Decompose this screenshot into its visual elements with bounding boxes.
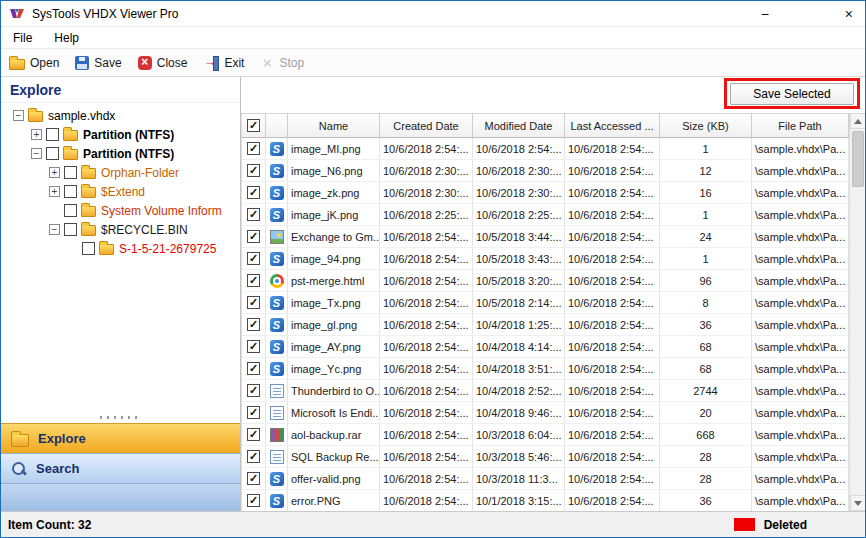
cell-size: 68 <box>660 336 752 357</box>
table-row[interactable]: image_Tx.png 10/6/2018 2:54:... 10/5/201… <box>242 292 849 314</box>
row-checkbox[interactable] <box>247 384 260 397</box>
column-header-name[interactable]: Name <box>288 114 380 137</box>
tree-expander-icon[interactable]: − <box>49 224 60 235</box>
cell-modified-date: 10/5/2018 3:44:... <box>473 226 565 247</box>
table-row[interactable]: error.PNG 10/6/2018 2:54:... 10/1/2018 3… <box>242 490 849 511</box>
tree-item[interactable]: S-1-5-21-2679725 <box>1 239 240 258</box>
table-row[interactable]: SQL Backup Re... 10/6/2018 2:54:... 10/3… <box>242 446 849 468</box>
cell-last-accessed: 10/6/2018 2:54:... <box>565 402 660 423</box>
tree-item[interactable]: − Partition (NTFS) <box>1 144 240 163</box>
toolbar-button[interactable]: Save <box>75 56 121 70</box>
tree-item[interactable]: − $RECYCLE.BIN <box>1 220 240 239</box>
row-checkbox[interactable] <box>247 472 260 485</box>
row-checkbox[interactable] <box>247 142 260 155</box>
column-header-created[interactable]: Created Date <box>380 114 473 137</box>
cell-size: 16 <box>660 182 752 203</box>
tree-item-label: $RECYCLE.BIN <box>101 223 188 237</box>
tree-checkbox[interactable] <box>64 185 77 198</box>
column-header-icon[interactable] <box>266 114 288 137</box>
minimize-button[interactable]: − <box>761 7 769 21</box>
vertical-scrollbar[interactable] <box>849 113 865 511</box>
toolbar-button[interactable]: Close <box>138 56 188 70</box>
scroll-down-icon <box>854 501 862 506</box>
tree-item-label: Orphan-Folder <box>101 166 179 180</box>
toolbar-button[interactable]: Exit <box>203 56 244 70</box>
row-checkbox[interactable] <box>247 318 260 331</box>
row-checkbox[interactable] <box>247 274 260 287</box>
tree-checkbox[interactable] <box>46 128 59 141</box>
save-selected-button[interactable]: Save Selected <box>730 83 854 105</box>
table-row[interactable]: Microsoft Is Endi... 10/6/2018 2:54:... … <box>242 402 849 424</box>
file-type-icon <box>270 186 284 200</box>
row-checkbox[interactable] <box>247 340 260 353</box>
tree-expander-icon[interactable]: − <box>31 148 42 159</box>
tree-item[interactable]: + Partition (NTFS) <box>1 125 240 144</box>
table-row[interactable]: image_AY.png 10/6/2018 2:54:... 10/4/201… <box>242 336 849 358</box>
splitter-grip[interactable] <box>1 411 240 423</box>
row-checkbox-cell <box>242 380 266 401</box>
column-header-path[interactable]: File Path <box>752 114 849 137</box>
tree-expander-icon[interactable]: + <box>49 186 60 197</box>
toolbar-button[interactable]: Stop <box>260 56 304 70</box>
column-header-modified[interactable]: Modified Date <box>473 114 565 137</box>
tree-item[interactable]: − sample.vhdx <box>1 106 240 125</box>
cell-last-accessed: 10/6/2018 2:54:... <box>565 336 660 357</box>
table-row[interactable]: Exchange to Gm... 10/6/2018 2:54:... 10/… <box>242 226 849 248</box>
cell-created-date: 10/6/2018 2:54:... <box>380 292 473 313</box>
menu-item[interactable]: Help <box>54 31 79 45</box>
select-all-checkbox[interactable] <box>247 119 260 132</box>
row-checkbox[interactable] <box>247 450 260 463</box>
row-icon-cell <box>266 226 288 247</box>
cell-created-date: 10/6/2018 2:25:... <box>380 204 473 225</box>
table-row[interactable]: image_gl.png 10/6/2018 2:54:... 10/4/201… <box>242 314 849 336</box>
column-header-size[interactable]: Size (KB) <box>660 114 752 137</box>
tree-checkbox[interactable] <box>64 204 77 217</box>
toolbar-button[interactable]: Open <box>9 56 59 70</box>
tree-expander-icon[interactable]: − <box>13 110 24 121</box>
row-checkbox[interactable] <box>247 362 260 375</box>
row-checkbox[interactable] <box>247 230 260 243</box>
nav-button[interactable]: Search <box>1 453 240 483</box>
row-checkbox[interactable] <box>247 296 260 309</box>
row-checkbox[interactable] <box>247 428 260 441</box>
row-checkbox-cell <box>242 160 266 181</box>
row-checkbox-cell <box>242 468 266 489</box>
menu-item[interactable]: File <box>13 31 32 45</box>
row-checkbox[interactable] <box>247 494 260 507</box>
tree-checkbox[interactable] <box>46 147 59 160</box>
tree-expander-icon[interactable]: + <box>49 167 60 178</box>
column-header-accessed[interactable]: Last Accessed ... <box>565 114 660 137</box>
table-row[interactable]: image_Yc.png 10/6/2018 2:54:... 10/4/201… <box>242 358 849 380</box>
tree-item[interactable]: + $Extend <box>1 182 240 201</box>
row-checkbox[interactable] <box>247 406 260 419</box>
close-window-button[interactable]: × <box>845 7 853 21</box>
row-checkbox[interactable] <box>247 252 260 265</box>
tree-item[interactable]: System Volume Inform <box>1 201 240 220</box>
cell-file-path: \sample.vhdx\Pa... <box>752 358 849 379</box>
tree-checkbox[interactable] <box>64 223 77 236</box>
scroll-thumb[interactable] <box>852 131 864 187</box>
table-row[interactable]: image_94.png 10/6/2018 2:54:... 10/5/201… <box>242 248 849 270</box>
nav-button[interactable]: Explore <box>1 423 240 453</box>
table-row[interactable]: image_N6.png 10/6/2018 2:30:... 10/6/201… <box>242 160 849 182</box>
tree-expander-icon[interactable]: + <box>31 129 42 140</box>
table-row[interactable]: image_zk.png 10/6/2018 2:30:... 10/6/201… <box>242 182 849 204</box>
scroll-up-button[interactable] <box>850 113 866 129</box>
tree-checkbox[interactable] <box>82 242 95 255</box>
table-row[interactable]: image_jK.png 10/6/2018 2:25:... 10/6/201… <box>242 204 849 226</box>
row-checkbox-cell <box>242 402 266 423</box>
file-type-icon <box>270 340 284 354</box>
table-row[interactable]: Thunderbird to O... 10/6/2018 2:54:... 1… <box>242 380 849 402</box>
cell-size: 28 <box>660 468 752 489</box>
row-checkbox[interactable] <box>247 208 260 221</box>
table-row[interactable]: image_MI.png 10/6/2018 2:54:... 10/6/201… <box>242 138 849 160</box>
tree-item[interactable]: + Orphan-Folder <box>1 163 240 182</box>
table-row[interactable]: pst-merge.html 10/6/2018 2:54:... 10/5/2… <box>242 270 849 292</box>
scroll-down-button[interactable] <box>850 495 866 511</box>
row-checkbox[interactable] <box>247 164 260 177</box>
table-row[interactable]: aol-backup.rar 10/6/2018 2:54:... 10/3/2… <box>242 424 849 446</box>
tree-checkbox[interactable] <box>64 166 77 179</box>
row-checkbox[interactable] <box>247 186 260 199</box>
table-row[interactable]: offer-valid.png 10/6/2018 2:54:... 10/3/… <box>242 468 849 490</box>
row-icon-cell <box>266 182 288 203</box>
